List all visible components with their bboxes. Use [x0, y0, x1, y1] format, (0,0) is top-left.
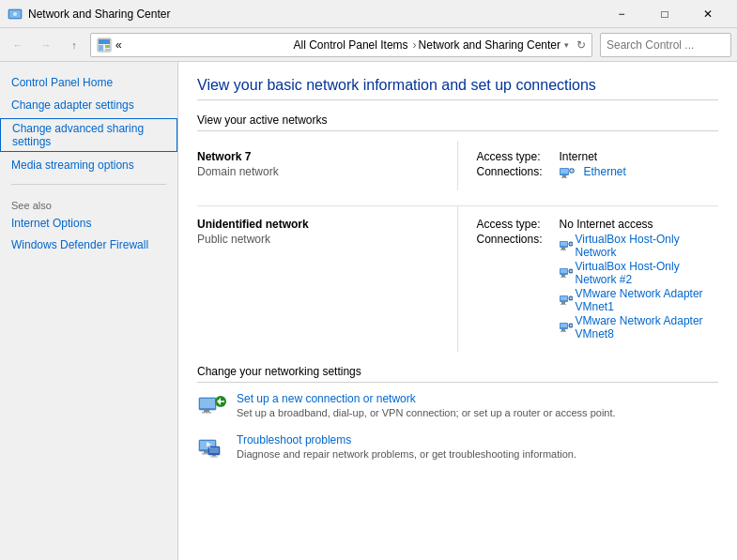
network2-name: Unidentified network: [197, 218, 448, 231]
connection-item-1: VirtualBox Host-Only Network #2: [560, 260, 719, 286]
content-area: View your basic network information and …: [178, 62, 737, 560]
svg-rect-10: [562, 175, 566, 177]
window-title: Network and Sharing Center: [28, 8, 600, 21]
address-input[interactable]: « All Control Panel Items › Network and …: [90, 33, 592, 57]
troubleshoot-link[interactable]: Troubleshoot problems: [237, 433, 718, 446]
svg-rect-39: [560, 331, 566, 332]
conn-link-0[interactable]: VirtualBox Host-Only Network: [576, 233, 719, 259]
app-icon: [8, 7, 23, 22]
network2-type: Public network: [197, 233, 448, 246]
svg-rect-30: [560, 296, 567, 300]
svg-rect-16: [560, 242, 567, 246]
sidebar-item-control-panel-home[interactable]: Control Panel Home: [0, 73, 177, 92]
new-connection-desc: Set up a broadband, dial-up, or VPN conn…: [237, 407, 718, 418]
search-box[interactable]: 🔍: [600, 33, 731, 57]
troubleshoot-icon-wrap: [197, 433, 227, 463]
network1-access-row: Access type: Internet: [477, 150, 719, 163]
svg-rect-5: [99, 45, 103, 51]
svg-point-2: [13, 12, 17, 16]
svg-rect-9: [560, 169, 568, 174]
conn-icon-3: [560, 322, 573, 333]
title-bar: Network and Sharing Center − □ ✕: [0, 0, 737, 28]
forward-button[interactable]: →: [34, 33, 58, 57]
svg-rect-45: [204, 410, 209, 412]
sidebar-item-change-adapter[interactable]: Change adapter settings: [0, 96, 177, 114]
svg-rect-24: [561, 275, 565, 277]
sidebar: Control Panel Home Change adapter settin…: [0, 62, 178, 560]
main-layout: Control Panel Home Change adapter settin…: [0, 62, 737, 560]
network2-connections-row: Connections:: [477, 233, 719, 341]
back-button[interactable]: ←: [6, 33, 30, 57]
network2-access-value: No Internet access: [560, 218, 653, 231]
svg-rect-11: [561, 177, 567, 178]
setting-new-connection: Set up a new connection or network Set u…: [197, 392, 718, 422]
network2-info: Unidentified network Public network: [197, 206, 458, 352]
minimize-button[interactable]: −: [600, 0, 643, 28]
window-controls: − □ ✕: [600, 0, 729, 28]
address-icon: [97, 38, 112, 53]
svg-rect-4: [99, 39, 110, 44]
network1-details: Access type: Internet Connections:: [458, 141, 719, 190]
network1-name: Network 7: [197, 150, 448, 163]
conn-icon-0: [560, 240, 573, 251]
network2-access-label: Access type:: [477, 218, 552, 231]
networking-settings: Change your networking settings: [197, 365, 718, 463]
breadcrumb-part2: Network and Sharing Center: [419, 38, 560, 52]
maximize-button[interactable]: □: [643, 0, 686, 28]
svg-rect-18: [560, 250, 566, 250]
connection-item-2: VMware Network Adapter VMnet1: [560, 287, 719, 313]
conn-link-1[interactable]: VirtualBox Host-Only Network #2: [576, 260, 719, 286]
sidebar-divider: [11, 184, 166, 185]
troubleshoot-icon: [197, 433, 227, 463]
svg-rect-23: [560, 269, 567, 273]
new-connection-link[interactable]: Set up a new connection or network: [237, 392, 718, 405]
connection-item-0: VirtualBox Host-Only Network: [560, 233, 719, 259]
search-input[interactable]: [606, 38, 737, 52]
new-connection-icon-wrap: [197, 392, 227, 422]
network1-connection-link[interactable]: Ethernet: [584, 165, 626, 179]
network1-info: Network 7 Domain network: [197, 141, 458, 190]
network1-type: Domain network: [197, 165, 448, 178]
svg-rect-38: [561, 329, 565, 331]
svg-rect-31: [561, 302, 565, 304]
network2-access-row: Access type: No Internet access: [477, 218, 719, 231]
active-networks-header: View your active networks: [197, 114, 718, 131]
sidebar-item-windows-defender[interactable]: Windows Defender Firewall: [0, 235, 177, 254]
network1-connections-label: Connections:: [477, 165, 552, 179]
network2-connections-list: VirtualBox Host-Only Network: [560, 233, 719, 341]
sidebar-item-internet-options[interactable]: Internet Options: [0, 214, 177, 233]
svg-rect-32: [560, 304, 566, 305]
refresh-icon[interactable]: ↻: [576, 38, 586, 52]
sidebar-item-media-streaming[interactable]: Media streaming options: [0, 156, 177, 174]
network2-connections-label: Connections:: [477, 233, 552, 246]
network2-details: Access type: No Internet access Connecti…: [458, 206, 719, 352]
svg-rect-25: [560, 277, 566, 278]
page-title: View your basic network information and …: [197, 77, 718, 100]
address-bar: ← → ↑ « All Control Panel Items › Networ…: [0, 28, 737, 62]
sidebar-item-change-advanced[interactable]: Change advanced sharing settings: [0, 118, 177, 152]
network1-connections-row: Connections: Ethernet: [477, 165, 719, 179]
svg-rect-7: [105, 49, 110, 51]
connection-item-3: VMware Network Adapter VMnet8: [560, 314, 719, 341]
svg-rect-6: [105, 45, 110, 48]
conn-icon-2: [560, 295, 573, 306]
new-connection-icon: [197, 392, 227, 422]
network1-access-value: Internet: [560, 150, 598, 163]
svg-rect-17: [561, 248, 565, 250]
up-button[interactable]: ↑: [62, 33, 86, 57]
setting-new-connection-text: Set up a new connection or network Set u…: [237, 392, 718, 418]
network2-section: Unidentified network Public network Acce…: [197, 206, 718, 352]
conn-link-3[interactable]: VMware Network Adapter VMnet8: [576, 314, 719, 341]
network1-access-label: Access type:: [477, 150, 552, 163]
troubleshoot-desc: Diagnose and repair network problems, or…: [237, 448, 718, 460]
breadcrumb-prefix: «: [115, 38, 291, 52]
address-dropdown-icon[interactable]: ▾: [564, 40, 569, 50]
setting-troubleshoot: Troubleshoot problems Diagnose and repai…: [197, 433, 718, 463]
svg-rect-37: [560, 324, 567, 327]
close-button[interactable]: ✕: [686, 0, 729, 28]
svg-rect-56: [212, 455, 216, 457]
networking-settings-header: Change your networking settings: [197, 365, 718, 383]
conn-icon-1: [560, 267, 573, 279]
conn-link-2[interactable]: VMware Network Adapter VMnet1: [576, 287, 719, 313]
breadcrumb-part1: All Control Panel Items: [294, 38, 408, 52]
